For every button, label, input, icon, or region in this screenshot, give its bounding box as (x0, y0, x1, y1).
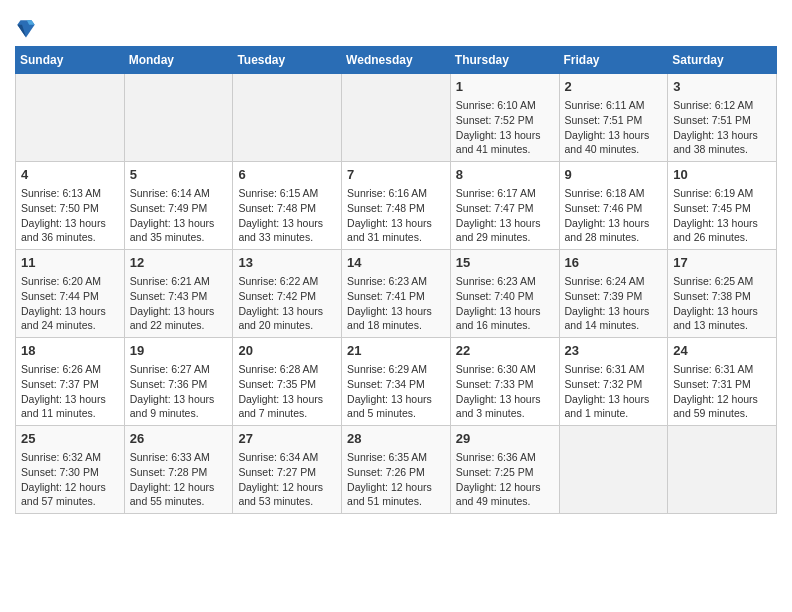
day-number: 15 (456, 254, 554, 272)
day-info: Daylight: 12 hours and 59 minutes. (673, 392, 771, 421)
day-info: Sunset: 7:35 PM (238, 377, 336, 392)
day-number: 16 (565, 254, 663, 272)
day-info: Sunrise: 6:32 AM (21, 450, 119, 465)
calendar-cell: 10Sunrise: 6:19 AMSunset: 7:45 PMDayligh… (668, 162, 777, 250)
calendar-cell: 18Sunrise: 6:26 AMSunset: 7:37 PMDayligh… (16, 338, 125, 426)
day-info: Sunset: 7:31 PM (673, 377, 771, 392)
header-sunday: Sunday (16, 47, 125, 74)
calendar-cell: 19Sunrise: 6:27 AMSunset: 7:36 PMDayligh… (124, 338, 233, 426)
day-number: 19 (130, 342, 228, 360)
day-info: Daylight: 13 hours and 40 minutes. (565, 128, 663, 157)
calendar-row: 18Sunrise: 6:26 AMSunset: 7:37 PMDayligh… (16, 338, 777, 426)
day-info: Sunset: 7:43 PM (130, 289, 228, 304)
calendar-cell: 6Sunrise: 6:15 AMSunset: 7:48 PMDaylight… (233, 162, 342, 250)
header-friday: Friday (559, 47, 668, 74)
day-number: 23 (565, 342, 663, 360)
calendar-table: SundayMondayTuesdayWednesdayThursdayFrid… (15, 46, 777, 514)
header-wednesday: Wednesday (342, 47, 451, 74)
day-number: 24 (673, 342, 771, 360)
day-info: Sunset: 7:25 PM (456, 465, 554, 480)
day-info: Sunset: 7:51 PM (673, 113, 771, 128)
day-info: Daylight: 13 hours and 22 minutes. (130, 304, 228, 333)
day-info: Daylight: 13 hours and 3 minutes. (456, 392, 554, 421)
calendar-cell (124, 74, 233, 162)
day-info: Sunrise: 6:29 AM (347, 362, 445, 377)
day-info: Sunrise: 6:25 AM (673, 274, 771, 289)
page-header (15, 10, 777, 40)
day-info: Sunrise: 6:17 AM (456, 186, 554, 201)
day-info: Daylight: 13 hours and 18 minutes. (347, 304, 445, 333)
day-info: Sunrise: 6:12 AM (673, 98, 771, 113)
day-info: Daylight: 13 hours and 7 minutes. (238, 392, 336, 421)
calendar-cell: 5Sunrise: 6:14 AMSunset: 7:49 PMDaylight… (124, 162, 233, 250)
calendar-cell: 13Sunrise: 6:22 AMSunset: 7:42 PMDayligh… (233, 250, 342, 338)
calendar-cell: 17Sunrise: 6:25 AMSunset: 7:38 PMDayligh… (668, 250, 777, 338)
calendar-cell (668, 425, 777, 513)
calendar-cell: 11Sunrise: 6:20 AMSunset: 7:44 PMDayligh… (16, 250, 125, 338)
calendar-cell (16, 74, 125, 162)
calendar-cell: 1Sunrise: 6:10 AMSunset: 7:52 PMDaylight… (450, 74, 559, 162)
day-info: Sunrise: 6:21 AM (130, 274, 228, 289)
day-number: 10 (673, 166, 771, 184)
header-tuesday: Tuesday (233, 47, 342, 74)
day-info: Sunrise: 6:15 AM (238, 186, 336, 201)
day-info: Sunset: 7:46 PM (565, 201, 663, 216)
calendar-cell: 24Sunrise: 6:31 AMSunset: 7:31 PMDayligh… (668, 338, 777, 426)
day-info: Sunrise: 6:14 AM (130, 186, 228, 201)
day-number: 14 (347, 254, 445, 272)
day-number: 17 (673, 254, 771, 272)
day-info: Daylight: 13 hours and 14 minutes. (565, 304, 663, 333)
calendar-cell: 2Sunrise: 6:11 AMSunset: 7:51 PMDaylight… (559, 74, 668, 162)
day-info: Sunset: 7:50 PM (21, 201, 119, 216)
day-number: 6 (238, 166, 336, 184)
day-info: Sunset: 7:37 PM (21, 377, 119, 392)
calendar-cell (342, 74, 451, 162)
day-info: Sunset: 7:27 PM (238, 465, 336, 480)
day-info: Sunrise: 6:13 AM (21, 186, 119, 201)
calendar-row: 4Sunrise: 6:13 AMSunset: 7:50 PMDaylight… (16, 162, 777, 250)
day-info: Sunrise: 6:18 AM (565, 186, 663, 201)
day-info: Sunset: 7:48 PM (347, 201, 445, 216)
day-info: Daylight: 13 hours and 24 minutes. (21, 304, 119, 333)
calendar-row: 11Sunrise: 6:20 AMSunset: 7:44 PMDayligh… (16, 250, 777, 338)
day-number: 29 (456, 430, 554, 448)
logo-icon (17, 17, 35, 39)
day-info: Sunrise: 6:23 AM (347, 274, 445, 289)
day-info: Daylight: 13 hours and 36 minutes. (21, 216, 119, 245)
calendar-header: SundayMondayTuesdayWednesdayThursdayFrid… (16, 47, 777, 74)
day-info: Sunset: 7:39 PM (565, 289, 663, 304)
day-number: 20 (238, 342, 336, 360)
calendar-cell: 27Sunrise: 6:34 AMSunset: 7:27 PMDayligh… (233, 425, 342, 513)
day-info: Daylight: 12 hours and 51 minutes. (347, 480, 445, 509)
day-number: 26 (130, 430, 228, 448)
calendar-cell (233, 74, 342, 162)
calendar-cell: 4Sunrise: 6:13 AMSunset: 7:50 PMDaylight… (16, 162, 125, 250)
day-info: Sunset: 7:52 PM (456, 113, 554, 128)
day-info: Daylight: 12 hours and 57 minutes. (21, 480, 119, 509)
day-info: Sunrise: 6:27 AM (130, 362, 228, 377)
calendar-cell: 14Sunrise: 6:23 AMSunset: 7:41 PMDayligh… (342, 250, 451, 338)
day-number: 18 (21, 342, 119, 360)
calendar-cell: 16Sunrise: 6:24 AMSunset: 7:39 PMDayligh… (559, 250, 668, 338)
day-info: Sunrise: 6:30 AM (456, 362, 554, 377)
calendar-cell: 12Sunrise: 6:21 AMSunset: 7:43 PMDayligh… (124, 250, 233, 338)
calendar-row: 1Sunrise: 6:10 AMSunset: 7:52 PMDaylight… (16, 74, 777, 162)
day-info: Sunrise: 6:31 AM (565, 362, 663, 377)
day-info: Sunrise: 6:35 AM (347, 450, 445, 465)
calendar-body: 1Sunrise: 6:10 AMSunset: 7:52 PMDaylight… (16, 74, 777, 514)
day-info: Daylight: 13 hours and 16 minutes. (456, 304, 554, 333)
day-number: 12 (130, 254, 228, 272)
day-info: Sunrise: 6:31 AM (673, 362, 771, 377)
calendar-cell: 21Sunrise: 6:29 AMSunset: 7:34 PMDayligh… (342, 338, 451, 426)
day-info: Sunset: 7:40 PM (456, 289, 554, 304)
day-info: Daylight: 13 hours and 5 minutes. (347, 392, 445, 421)
calendar-cell: 28Sunrise: 6:35 AMSunset: 7:26 PMDayligh… (342, 425, 451, 513)
day-number: 3 (673, 78, 771, 96)
day-number: 7 (347, 166, 445, 184)
day-number: 22 (456, 342, 554, 360)
day-info: Sunset: 7:42 PM (238, 289, 336, 304)
day-info: Sunset: 7:32 PM (565, 377, 663, 392)
day-number: 27 (238, 430, 336, 448)
day-number: 13 (238, 254, 336, 272)
day-number: 28 (347, 430, 445, 448)
